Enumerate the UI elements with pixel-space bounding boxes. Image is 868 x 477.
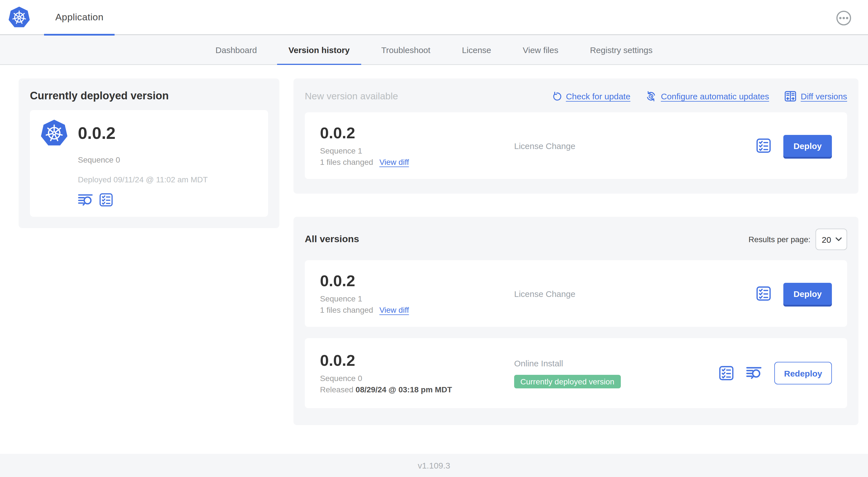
tab-registry-settings[interactable]: Registry settings (574, 35, 669, 65)
new-version-panel: New version available Check for update C… (293, 79, 859, 193)
preflight-checklist-icon (756, 286, 771, 301)
new-version-card: 0.0.2 Sequence 1 1 files changed View di… (305, 112, 847, 179)
check-for-update-link[interactable]: Check for update (551, 91, 630, 101)
app-tab[interactable]: Application (44, 0, 115, 35)
view-diff-link[interactable]: View diff (379, 157, 409, 166)
overflow-menu-button[interactable] (836, 11, 851, 25)
tab-dashboard[interactable]: Dashboard (200, 35, 273, 65)
kubernetes-logo-icon[interactable] (8, 6, 30, 29)
preflight-checks-button[interactable] (756, 286, 771, 301)
diff-versions-link[interactable]: Diff versions (784, 90, 847, 102)
currently-deployed-panel-wrap: Currently deployed version 0.0.2 Sequenc… (19, 79, 279, 228)
results-per-page-select[interactable]: 20 (815, 229, 847, 250)
chevron-down-icon (835, 237, 842, 242)
view-logs-button[interactable] (746, 366, 762, 380)
view-logs-icon (746, 366, 762, 380)
version-source: License Change (514, 289, 756, 298)
all-versions-heading: All versions (305, 234, 359, 245)
all-versions-panel: All versions Results per page: 20 0.0.2 … (293, 217, 859, 425)
app-header: Application (0, 0, 868, 35)
deploy-button[interactable]: Deploy (783, 135, 832, 157)
version-row: 0.0.2 Sequence 0 Released 08/29/24 @ 03:… (305, 338, 847, 408)
configure-automatic-updates-link[interactable]: Configure automatic updates (646, 91, 769, 101)
preflight-checks-button[interactable] (756, 138, 771, 153)
version-sequence: Sequence 0 (320, 374, 514, 383)
new-version-heading: New version available (305, 91, 398, 102)
version-number: 0.0.2 (320, 353, 514, 369)
view-diff-link[interactable]: View diff (379, 305, 409, 314)
app-title: Application (55, 11, 103, 23)
version-number: 0.0.2 (320, 273, 514, 290)
deployed-sequence: Sequence 0 (78, 155, 258, 164)
versions-column: New version available Check for update C… (293, 79, 859, 425)
app-viewport: Application Dashboard Version history Tr… (0, 0, 868, 477)
tab-troubleshoot[interactable]: Troubleshoot (365, 35, 446, 65)
files-changed-text: 1 files changed (320, 157, 373, 166)
preflight-checks-button[interactable] (99, 193, 113, 207)
status-badge: Currently deployed version (514, 375, 621, 388)
tab-license[interactable]: License (446, 35, 507, 65)
redeploy-button[interactable]: Redeploy (774, 362, 832, 384)
view-logs-icon (78, 193, 93, 206)
version-source: Online Install (514, 358, 719, 368)
refresh-icon (551, 91, 561, 101)
section-tab-bar: Dashboard Version history Troubleshoot L… (0, 35, 868, 65)
tab-version-history[interactable]: Version history (273, 35, 365, 65)
version-sequence: Sequence 1 (320, 294, 514, 303)
released-timestamp: Released 08/29/24 @ 03:18 pm MDT (320, 385, 514, 394)
currently-deployed-heading: Currently deployed version (30, 90, 268, 102)
main-content: Currently deployed version 0.0.2 Sequenc… (0, 65, 868, 454)
ellipsis-icon (839, 17, 841, 19)
preflight-checklist-icon (99, 193, 113, 207)
version-source: License Change (514, 141, 756, 150)
version-row: 0.0.2 Sequence 1 1 files changed View di… (305, 260, 847, 327)
preflight-checklist-icon (756, 138, 771, 153)
files-changed-text: 1 files changed (320, 305, 373, 314)
active-app-indicator (44, 34, 115, 35)
schedule-update-icon (646, 91, 656, 101)
deploy-button[interactable]: Deploy (783, 282, 832, 304)
version-number: 0.0.2 (320, 125, 514, 142)
preflight-checks-button[interactable] (719, 366, 734, 381)
view-logs-button[interactable] (78, 193, 93, 206)
deployed-timestamp: Deployed 09/11/24 @ 11:02 am MDT (78, 175, 258, 184)
console-version: v1.109.3 (417, 460, 450, 470)
app-footer: v1.109.3 (0, 454, 868, 477)
results-per-page-label: Results per page: (749, 235, 810, 244)
preflight-checklist-icon (719, 366, 734, 381)
kubernetes-logo-icon (40, 119, 68, 147)
version-sequence: Sequence 1 (320, 146, 514, 155)
currently-deployed-panel: Currently deployed version 0.0.2 Sequenc… (19, 79, 279, 228)
deployed-version-number: 0.0.2 (78, 124, 116, 143)
diff-icon (784, 90, 796, 102)
tab-view-files[interactable]: View files (507, 35, 574, 65)
currently-deployed-card: 0.0.2 Sequence 0 Deployed 09/11/24 @ 11:… (30, 110, 268, 217)
